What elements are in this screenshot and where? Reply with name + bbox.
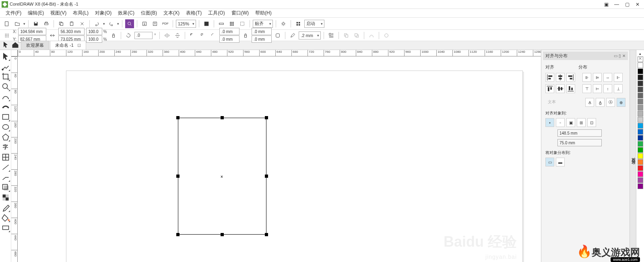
menu-object[interactable]: 对象(O): [92, 9, 115, 17]
text-first-line-button[interactable]: A̲: [596, 98, 605, 107]
dist-bottom-button[interactable]: ⊥: [614, 84, 623, 93]
close-button[interactable]: ✕: [634, 1, 642, 8]
menu-view[interactable]: 视图(V): [47, 9, 70, 17]
handle-bottom-center[interactable]: [221, 233, 224, 236]
handle-bottom-right[interactable]: [265, 233, 268, 236]
dist-spacing-v-button[interactable]: ↕: [603, 84, 612, 93]
handle-top-right[interactable]: [265, 116, 268, 119]
save-button[interactable]: [31, 19, 40, 28]
align-right-button[interactable]: [566, 73, 575, 82]
corner-round-button[interactable]: [188, 31, 197, 40]
zoom-select[interactable]: 125%: [176, 20, 196, 28]
corner-tr-field[interactable]: .0 mm: [252, 28, 272, 35]
to-front-button[interactable]: [342, 31, 351, 40]
tool-table[interactable]: [1, 152, 10, 162]
swatch-none[interactable]: ✕: [638, 56, 643, 62]
text-box-button[interactable]: Ⓐ: [606, 98, 615, 107]
align-left-button[interactable]: [545, 73, 554, 82]
import-button[interactable]: [140, 19, 149, 28]
tool-freehand[interactable]: [1, 92, 10, 102]
corner-bl-field[interactable]: .0 mm: [219, 35, 239, 43]
guides-button[interactable]: [238, 19, 247, 28]
tool-crop[interactable]: [1, 72, 10, 81]
menu-layout[interactable]: 布局(L): [70, 9, 92, 17]
tool-eyedropper[interactable]: [1, 203, 10, 212]
dist-center-h-button[interactable]: ⊫: [593, 73, 602, 82]
dist-center-v-button[interactable]: ⊢: [593, 84, 602, 93]
handle-middle-right[interactable]: [265, 175, 268, 178]
align-center-h-button[interactable]: [556, 73, 565, 82]
dist-to-page-button[interactable]: ▬: [556, 158, 565, 166]
tool-polygon[interactable]: [1, 132, 10, 142]
mirror-v-button[interactable]: [173, 31, 182, 40]
pdf-button[interactable]: PDF: [161, 19, 170, 28]
relative-corner-button[interactable]: [273, 31, 282, 40]
swatch[interactable]: [638, 93, 643, 98]
menu-window[interactable]: 窗口(W): [228, 9, 252, 17]
grid-button[interactable]: [227, 19, 236, 28]
menu-table[interactable]: 表格(T): [183, 9, 205, 17]
menu-tools[interactable]: 工具(O): [205, 9, 228, 17]
center-marker-icon[interactable]: ×: [221, 175, 223, 179]
tool-zoom[interactable]: [1, 82, 10, 91]
undo-dropdown-icon[interactable]: ▾: [103, 22, 105, 26]
rotation-field[interactable]: .0: [134, 32, 153, 39]
menu-edit[interactable]: 编辑(E): [25, 9, 47, 17]
canvas-area[interactable]: 0408012016020024028032036040044048052056…: [11, 50, 541, 262]
swatch[interactable]: [638, 177, 643, 183]
scale-x-field[interactable]: 100.0: [86, 28, 102, 35]
maximize-button[interactable]: ▢: [623, 1, 631, 8]
corner-br-field[interactable]: .0 mm: [252, 35, 272, 43]
outline-width-select[interactable]: .2 mm: [299, 31, 321, 40]
undo-button[interactable]: [93, 19, 101, 28]
docker-tab[interactable]: 对齐与分布: [630, 50, 636, 262]
ruler-corner[interactable]: [11, 50, 18, 56]
handle-top-left[interactable]: [176, 116, 180, 119]
align-top-button[interactable]: [545, 84, 554, 93]
menu-bitmap[interactable]: 位图(B): [138, 9, 160, 17]
dist-to-selection-button[interactable]: ▭: [545, 158, 554, 166]
swatch[interactable]: [638, 62, 643, 68]
open-button[interactable]: [13, 19, 22, 28]
dist-spacing-h-button[interactable]: ↔: [603, 73, 612, 82]
tool-pick[interactable]: [1, 52, 10, 61]
tool-drop-shadow[interactable]: [1, 183, 10, 192]
export-button[interactable]: [151, 19, 159, 28]
text-baseline-button[interactable]: Ạ: [585, 98, 594, 107]
swatch[interactable]: [638, 117, 643, 123]
selected-rectangle[interactable]: ×: [178, 118, 266, 235]
swatch[interactable]: [638, 183, 643, 189]
swatch[interactable]: [638, 141, 643, 147]
tab-document[interactable]: 未命名 -1 ⊡: [50, 41, 86, 50]
corner-scallop-button[interactable]: [198, 31, 207, 40]
tab-welcome[interactable]: 欢迎屏幕: [21, 41, 49, 50]
swatch[interactable]: [638, 171, 643, 177]
handle-bottom-left[interactable]: [176, 233, 180, 236]
new-button[interactable]: [2, 19, 11, 28]
align-bottom-button[interactable]: [566, 84, 575, 93]
menu-text[interactable]: 文本(X): [160, 9, 183, 17]
align-y-field[interactable]: 75.0 mm: [557, 139, 602, 146]
tool-ellipse[interactable]: [1, 122, 10, 132]
redo-dropdown-icon[interactable]: ▾: [117, 22, 119, 26]
mirror-h-button[interactable]: [163, 31, 171, 40]
tool-fill[interactable]: [1, 213, 10, 222]
palette-up-icon[interactable]: ▴: [639, 52, 641, 56]
dist-left-button[interactable]: ⊪: [582, 73, 591, 82]
options-button[interactable]: [279, 19, 288, 28]
swatch[interactable]: [638, 147, 643, 153]
snap-select[interactable]: 贴齐: [253, 20, 273, 28]
align-to-page-edge-button[interactable]: ▫: [556, 118, 565, 127]
swatch[interactable]: [638, 81, 643, 86]
dist-top-button[interactable]: ⊤: [582, 84, 591, 93]
swatch[interactable]: [638, 111, 643, 116]
align-to-active-button[interactable]: ▪: [545, 118, 554, 127]
swatch[interactable]: [638, 75, 643, 80]
print-button[interactable]: [42, 19, 51, 28]
wrap-text-button[interactable]: [327, 31, 336, 40]
convert-curve-button[interactable]: [367, 31, 376, 40]
ruler-button[interactable]: [217, 19, 226, 28]
width-field[interactable]: 56.303 mm: [58, 28, 85, 35]
align-x-field[interactable]: 148.5 mm: [557, 129, 602, 137]
vertical-ruler[interactable]: 04080120160200240280320360400440480: [11, 56, 18, 262]
